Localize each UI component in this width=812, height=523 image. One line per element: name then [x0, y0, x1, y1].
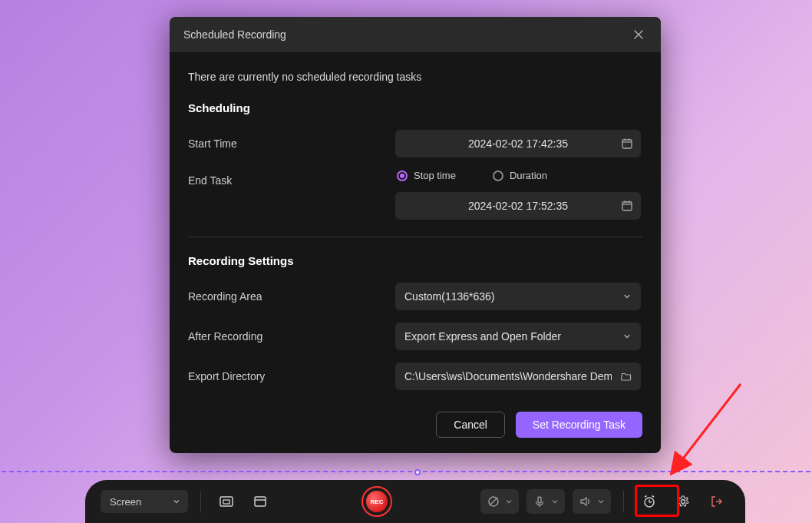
folder-icon[interactable]	[621, 371, 632, 382]
end-task-row: End Task Stop time Duration 2024-02-02 1…	[188, 170, 642, 220]
start-time-input[interactable]: 2024-02-02 17:42:35	[395, 130, 641, 157]
svg-rect-15	[538, 497, 541, 503]
chevron-down-icon	[505, 498, 513, 505]
radio-stop-label: Stop time	[414, 170, 456, 181]
recording-area-select[interactable]: Custom(1136*636)	[395, 283, 641, 310]
after-recording-value: Export Express and Open Folder	[404, 330, 561, 343]
recording-area-row: Recording Area Custom(1136*636)	[188, 283, 642, 310]
chevron-down-icon	[173, 498, 180, 505]
dialog-body: There are currently no scheduled recordi…	[170, 52, 661, 453]
recording-area-value: Custom(1136*636)	[404, 290, 495, 303]
start-time-value: 2024-02-02 17:42:35	[468, 137, 568, 150]
alarm-clock-icon	[642, 494, 657, 509]
exit-button[interactable]	[704, 488, 730, 515]
end-task-radios: Stop time Duration	[395, 170, 642, 181]
settings-button[interactable]	[670, 488, 696, 515]
svg-rect-0	[622, 140, 632, 148]
separator	[200, 491, 201, 512]
end-task-label: End Task	[188, 170, 395, 187]
separator	[623, 491, 624, 512]
fullscreen-icon[interactable]	[213, 488, 239, 515]
microphone-toggle[interactable]	[526, 489, 565, 514]
gear-icon	[675, 494, 691, 509]
chevron-down-icon	[551, 498, 559, 505]
export-dir-input[interactable]: C:\Users\ws\Documents\Wondershare Dem	[395, 362, 641, 390]
svg-rect-4	[622, 202, 632, 210]
export-dir-row: Export Directory C:\Users\ws\Documents\W…	[188, 362, 642, 390]
after-recording-select[interactable]: Export Express and Open Folder	[395, 323, 641, 350]
microphone-icon	[533, 495, 546, 508]
export-dir-label: Export Directory	[188, 370, 395, 382]
boundary-handle[interactable]	[414, 469, 421, 475]
radio-stop-time[interactable]: Stop time	[397, 170, 456, 181]
svg-rect-9	[220, 497, 233, 506]
start-time-row: Start Time 2024-02-02 17:42:35	[188, 130, 642, 157]
speaker-icon	[579, 495, 592, 508]
svg-point-22	[682, 500, 685, 504]
svg-line-20	[645, 496, 647, 498]
export-dir-value: C:\Users\ws\Documents\Wondershare Dem	[404, 370, 612, 382]
chevron-down-icon	[622, 332, 632, 341]
radio-circle	[493, 170, 503, 181]
capture-source-select[interactable]: Screen	[101, 490, 188, 513]
record-button[interactable]: REC	[361, 486, 392, 517]
exit-icon	[709, 494, 725, 509]
after-recording-row: After Recording Export Express and Open …	[188, 323, 642, 350]
svg-line-21	[652, 496, 655, 498]
dialog-title: Scheduled Recording	[183, 28, 286, 41]
radio-circle-selected	[397, 170, 408, 181]
calendar-icon[interactable]	[621, 200, 633, 212]
capture-source-label: Screen	[110, 496, 141, 508]
recorder-toolbar: Screen REC	[85, 480, 745, 523]
chevron-down-icon	[597, 498, 605, 505]
recording-area-label: Recording Area	[188, 290, 395, 303]
end-task-controls: Stop time Duration 2024-02-02 17:52:35	[395, 170, 642, 220]
scheduling-heading: Scheduling	[188, 101, 642, 114]
cancel-button[interactable]: Cancel	[436, 412, 505, 438]
scheduled-recording-dialog: Scheduled Recording There are currently …	[170, 17, 661, 453]
end-time-value: 2024-02-02 17:52:35	[468, 200, 568, 212]
system-audio-toggle[interactable]	[573, 489, 611, 514]
recording-area-boundary	[2, 471, 810, 472]
calendar-icon[interactable]	[621, 137, 633, 150]
after-recording-label: After Recording	[188, 330, 395, 343]
start-time-label: Start Time	[188, 137, 395, 150]
end-time-input[interactable]: 2024-02-02 17:52:35	[395, 192, 641, 220]
camera-off-icon	[487, 495, 500, 508]
divider	[188, 237, 642, 237]
svg-rect-11	[255, 497, 266, 506]
recording-settings-heading: Recording Settings	[188, 254, 642, 267]
set-recording-task-button[interactable]: Set Recording Task	[516, 412, 642, 438]
camera-toggle[interactable]	[480, 489, 519, 514]
radio-duration[interactable]: Duration	[493, 170, 547, 181]
dialog-header: Scheduled Recording	[170, 17, 661, 52]
schedule-button[interactable]	[636, 488, 662, 515]
svg-rect-10	[223, 500, 229, 504]
annotation-arrow	[668, 376, 760, 492]
rec-label: REC	[366, 491, 388, 512]
close-icon[interactable]	[630, 28, 647, 41]
window-icon[interactable]	[247, 488, 273, 515]
radio-duration-label: Duration	[510, 170, 547, 181]
svg-line-14	[490, 498, 497, 505]
dialog-buttons: Cancel Set Recording Task	[188, 412, 642, 438]
no-tasks-text: There are currently no scheduled recordi…	[188, 71, 642, 83]
chevron-down-icon	[622, 292, 632, 301]
svg-line-8	[675, 384, 741, 468]
